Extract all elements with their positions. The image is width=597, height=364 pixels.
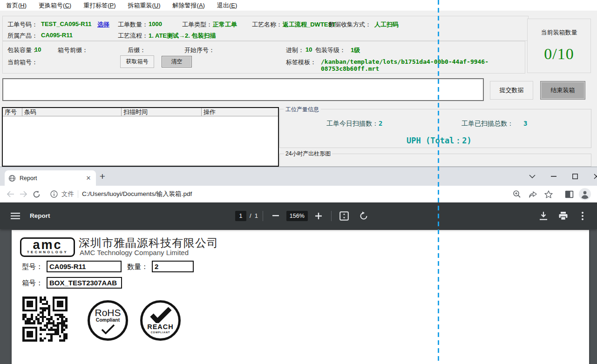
reach-check-icon — [149, 307, 172, 323]
order-qty-value: 1000 — [149, 20, 162, 27]
radix-label: 进制： — [286, 46, 304, 54]
pdf-more-menu-icon[interactable] — [575, 208, 590, 224]
order-type-value: 正常工单 — [213, 20, 237, 29]
reload-icon[interactable] — [30, 188, 43, 201]
new-tab-button[interactable]: + — [95, 167, 109, 186]
rohs-check-icon — [100, 324, 116, 334]
today-scan-label: 工单今日扫描数： — [326, 120, 379, 128]
url-text[interactable]: C:/Users/luoyi/Documents/输入装箱.pdf — [82, 190, 192, 198]
model-label: 型号： — [22, 263, 43, 271]
pdf-page-total: 1 — [255, 212, 258, 219]
qty-value-box: 2 — [152, 261, 194, 272]
submit-data-button[interactable]: 提交数据 — [490, 81, 533, 100]
product-label: 所属产品： — [7, 32, 38, 40]
info-icon[interactable] — [50, 190, 58, 198]
select-order-link[interactable]: 选择 — [97, 20, 109, 29]
window-maximize-button[interactable] — [568, 167, 582, 186]
pdf-zoom-in-icon[interactable] — [311, 208, 326, 224]
tab-close-icon[interactable]: ✕ — [85, 175, 92, 182]
zoom-in-icon[interactable] — [510, 188, 523, 201]
rohs-compliant-text: Compliant — [96, 317, 120, 323]
address-bar[interactable]: 文件 C:/Users/luoyi/Documents/输入装箱.pdf — [46, 188, 597, 201]
menu-exit[interactable]: 退出(E) — [211, 0, 243, 11]
url-scheme-label: 文件 — [61, 190, 74, 198]
pdf-page-zoom-controls: 1 / 1 156% — [235, 208, 372, 224]
pdf-zoom-level[interactable]: 156% — [286, 211, 308, 221]
process-name-value: 返工流程_DWTEST — [283, 20, 336, 29]
pdf-zoom-out-icon[interactable] — [268, 208, 284, 224]
current-count-value: 0/10 — [528, 45, 590, 63]
side-panel-icon[interactable] — [563, 188, 576, 201]
flow-label: 工艺流程： — [118, 32, 148, 40]
col-barcode: 条码 — [22, 108, 121, 116]
menu-change-box[interactable]: 更换箱号(C) — [33, 0, 77, 11]
get-box-no-button[interactable]: 获取箱号 — [120, 55, 154, 68]
pdf-rotate-icon[interactable] — [356, 208, 372, 224]
browser-tab-report[interactable]: Report ✕ — [5, 170, 96, 186]
pdf-menu-icon[interactable] — [7, 208, 23, 224]
pdf-download-icon[interactable] — [536, 208, 551, 224]
start-seq-label: 开始序号： — [184, 46, 215, 54]
pdf-fit-page-icon[interactable] — [336, 208, 352, 224]
order-qty-label: 工单数量： — [118, 20, 148, 29]
screen: 首页(H) 更换箱号(C) 重打标签(P) 拆箱重装(U) 解除警报(A) 退出… — [0, 0, 597, 364]
globe-icon — [8, 175, 16, 182]
table-header-row: 序号 条码 扫描时间 操作 — [3, 108, 278, 116]
window-close-button[interactable] — [590, 167, 597, 186]
amc-logo-text: amc — [33, 240, 62, 250]
url-divider — [78, 190, 78, 198]
order-type-label: 工单类型： — [182, 20, 212, 29]
qr-code — [22, 297, 68, 342]
production-stats-title: 工位产量信息 — [284, 106, 321, 114]
menu-clear-alarm[interactable]: 解除警报(A) — [167, 0, 211, 11]
collect-mode-value: 人工扫码 — [374, 20, 399, 29]
back-icon[interactable] — [4, 188, 17, 201]
process-name-label: 工艺名称： — [252, 20, 282, 29]
order-no-label: 工单号码： — [7, 20, 38, 29]
pdf-page-input[interactable]: 1 — [235, 211, 246, 221]
bookmark-star-icon[interactable] — [542, 188, 555, 201]
pack-level-label: 包装等级： — [315, 46, 346, 54]
col-action: 操作 — [201, 108, 278, 116]
menu-reprint-label[interactable]: 重打标签(P) — [77, 0, 122, 11]
pdf-action-icons — [536, 208, 590, 224]
current-count-label: 当前装箱数量 — [528, 28, 590, 37]
pdf-viewer-toolbar: Report 1 / 1 156% — [0, 202, 597, 229]
box-no-value-box: BOX_TEST2307AAB — [47, 277, 122, 289]
product-value: CA095-R11 — [41, 32, 73, 39]
forward-icon[interactable] — [17, 188, 30, 201]
production-stats-panel: 工位产量信息 工单今日扫描数： 2 工单已扫描总数： 3 UPH (Total：… — [279, 109, 591, 148]
pdf-viewport[interactable]: amc TECHNOLOGY 深圳市雅晶源科技有限公司 AMC Technolo… — [0, 229, 597, 364]
company-name-en: AMC Technology Company Limited — [80, 249, 189, 256]
menu-unpack-repack[interactable]: 拆箱重装(U) — [122, 0, 167, 11]
qty-label: 数量： — [127, 263, 148, 271]
barcode-scan-input[interactable] — [2, 78, 484, 101]
tab-title: Report — [20, 175, 85, 182]
reach-compliant-text: COMPLIANT — [151, 331, 170, 334]
order-no-value: TEST_CA095-R11 — [41, 20, 91, 27]
amc-logo: amc TECHNOLOGY — [20, 237, 75, 257]
pack-level-value: 1级 — [351, 46, 360, 54]
share-icon[interactable] — [526, 188, 539, 201]
prefix-label: 箱号前缀： — [58, 46, 88, 54]
clear-button[interactable]: 清空 — [162, 56, 192, 67]
label-template-label: 标签模板： — [286, 58, 316, 67]
profile-avatar[interactable] — [578, 188, 591, 201]
reach-text: REACH — [147, 323, 174, 331]
pdf-print-icon[interactable] — [555, 208, 571, 224]
pdf-page-separator: / — [250, 212, 251, 219]
radix-value: 10 — [305, 46, 312, 53]
current-count-panel: 当前装箱数量 0/10 — [527, 19, 591, 73]
packaging-panel: 包装容量： 10 箱号前缀： 后缀： 开始序号： 进制： 10 包装等级： 1级… — [2, 41, 525, 74]
browser-tab-strip: Report ✕ + — [0, 167, 597, 186]
label-template-path: /kanban/template/lots/b1751da4-00b0-44af… — [321, 58, 525, 72]
amc-logo-subtext: TECHNOLOGY — [27, 250, 68, 254]
tab-search-chevron-icon[interactable] — [525, 167, 539, 186]
today-scan-value: 2 — [379, 120, 382, 127]
window-minimize-button[interactable] — [547, 167, 561, 186]
finish-packing-button[interactable]: 结束装箱 — [540, 81, 585, 100]
rohs-compliant-badge: RoHS Compliant — [88, 300, 128, 341]
capacity-value: 10 — [34, 46, 41, 53]
app-menubar: 首页(H) 更换箱号(C) 重打标签(P) 拆箱重装(U) 解除警报(A) 退出… — [0, 0, 597, 11]
menu-home[interactable]: 首页(H) — [0, 0, 33, 11]
